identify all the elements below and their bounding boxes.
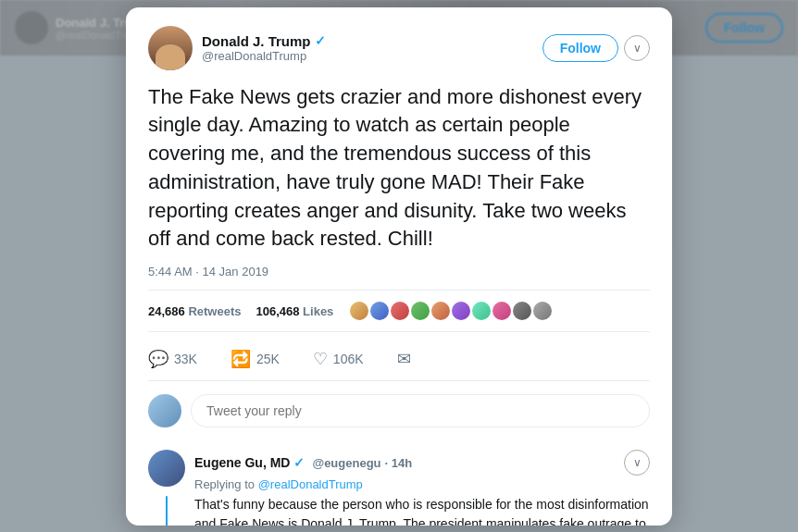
like-action[interactable]: ♡ 106K <box>313 349 364 369</box>
liker-avatar-9 <box>511 300 533 322</box>
chevron-button[interactable]: ∨ <box>624 35 650 61</box>
liker-avatar-8 <box>491 300 513 322</box>
comment-verified-badge: ✓ <box>293 455 305 470</box>
reply-icon: 💬 <box>148 349 168 369</box>
reply-to-line: Replying to @realDonaldTrump <box>194 477 650 491</box>
chevron-down-icon: ∨ <box>633 42 642 55</box>
liker-avatar-2 <box>368 300 391 322</box>
comment-chevron-icon: ∨ <box>633 456 642 469</box>
mail-icon: ✉ <box>397 349 411 369</box>
mail-action[interactable]: ✉ <box>397 349 411 369</box>
follow-area: Follow ∨ <box>542 34 650 62</box>
comment-header: Eugene Gu, MD ✓ @eugenegu · 14h ∨ <box>194 450 650 476</box>
comment-author-name: Eugene Gu, MD <box>194 455 290 470</box>
author-handle: @realDonaldTrump <box>202 49 326 63</box>
liker-avatar-6 <box>450 300 472 322</box>
likes-stat: 106,468 Likes <box>256 304 333 318</box>
verified-badge: ✓ <box>315 33 326 48</box>
stats-row: 24,686 Retweets 106,468 Likes <box>148 290 650 332</box>
comment-chevron-button[interactable]: ∨ <box>624 450 650 476</box>
comment-author-name-row: Eugene Gu, MD ✓ @eugenegu · 14h <box>194 455 412 470</box>
reply-count: 33K <box>174 352 197 366</box>
tweet-header: Donald J. Trump ✓ @realDonaldTrump Follo… <box>148 26 650 70</box>
tweet-modal: Donald J. Trump ✓ @realDonaldTrump Follo… <box>126 7 672 526</box>
action-row: 💬 33K 🔁 25K ♡ 106K ✉ <box>148 341 650 381</box>
liker-avatar-4 <box>409 300 431 322</box>
comment-handle: @eugenegu <box>312 456 380 470</box>
retweets-count: 24,686 <box>148 304 185 318</box>
liker-avatars <box>348 300 554 322</box>
likes-label: Likes <box>303 304 333 318</box>
reply-user-avatar <box>148 394 181 427</box>
comment-section: Eugene Gu, MD ✓ @eugenegu · 14h ∨ Replyi… <box>148 440 650 525</box>
author-info: Donald J. Trump ✓ @realDonaldTrump <box>202 33 326 63</box>
likes-count: 106,468 <box>256 304 299 318</box>
follow-button[interactable]: Follow <box>542 34 618 62</box>
liker-avatar-10 <box>531 300 554 322</box>
liker-avatar-7 <box>470 300 493 322</box>
retweet-icon: 🔁 <box>231 349 251 369</box>
comment-text: That's funny because the person who is r… <box>194 495 650 525</box>
comment-time: · 14h <box>385 456 413 470</box>
avatar-face <box>156 44 185 70</box>
tweet-author: Donald J. Trump ✓ @realDonaldTrump <box>148 26 326 70</box>
reply-input[interactable] <box>191 394 650 427</box>
liker-avatar-3 <box>389 300 411 322</box>
retweets-stat: 24,686 Retweets <box>148 304 241 318</box>
reply-to-handle[interactable]: @realDonaldTrump <box>258 477 363 491</box>
like-count: 106K <box>333 352 364 366</box>
author-name-row: Donald J. Trump ✓ <box>202 33 326 49</box>
liker-avatar-5 <box>430 300 452 322</box>
retweet-action[interactable]: 🔁 25K <box>231 349 280 369</box>
heart-icon: ♡ <box>313 349 328 369</box>
tweet-timestamp: 5:44 AM · 14 Jan 2019 <box>148 265 650 278</box>
avatar-inner <box>148 26 193 70</box>
retweet-count: 25K <box>256 352 280 366</box>
liker-avatar-1 <box>348 300 370 322</box>
retweets-label: Retweets <box>188 304 241 318</box>
comment-body: Eugene Gu, MD ✓ @eugenegu · 14h ∨ Replyi… <box>194 450 650 525</box>
modal-overlay: Donald J. Trump ✓ @realDonaldTrump Follo… <box>0 0 798 532</box>
tweet-body: The Fake News gets crazier and more dish… <box>148 83 650 254</box>
reply-box <box>148 394 650 427</box>
author-display-name: Donald J. Trump <box>202 33 311 49</box>
reply-action[interactable]: 💬 33K <box>148 349 197 369</box>
comment-author-avatar <box>148 450 185 487</box>
author-avatar <box>148 26 193 70</box>
reply-to-label: Replying to <box>194 477 255 491</box>
comment-left <box>148 450 185 525</box>
blue-line <box>166 496 168 525</box>
